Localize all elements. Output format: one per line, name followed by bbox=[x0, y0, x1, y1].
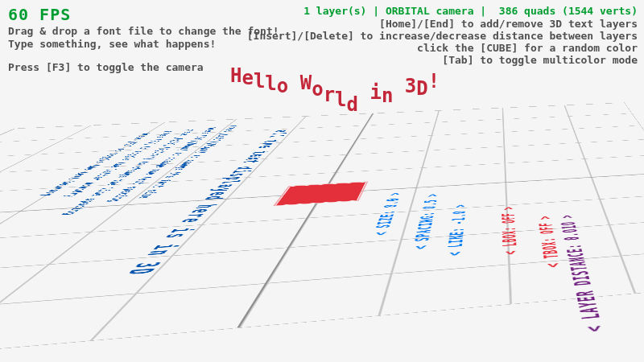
option-layer-distance: < LAYER DISTANCE: 0.010 > bbox=[555, 214, 609, 333]
wave-title-3d: Hello World in 3D! bbox=[230, 64, 440, 87]
option-size: < SIZE: 8.0 > bbox=[368, 191, 406, 236]
grid-plane: all the text displayed here is in 3D pre… bbox=[0, 102, 644, 362]
fps-counter: 60 FPS bbox=[8, 5, 71, 24]
option-line: < LINE: -1.0 > bbox=[441, 204, 470, 257]
app-window: all the text displayed here is in 3D pre… bbox=[0, 0, 644, 362]
hint-layer-distance-keys: [Insert]/[Delete] to increase/decrease d… bbox=[247, 30, 638, 42]
hint-drag-drop-font: Drag & drop a font file to change the fo… bbox=[8, 25, 279, 37]
hint-add-remove-layers: [Home]/[End] to add/remove 3D text layer… bbox=[379, 18, 638, 30]
cube-wireframe-top bbox=[273, 182, 368, 207]
option-lbox: < LBOX: OFF > bbox=[497, 206, 522, 256]
hint-multicolor-mode: [Tab] to toggle multicolor mode bbox=[442, 54, 638, 66]
status-bar: 1 layer(s) | ORBITAL camera | 386 quads … bbox=[303, 5, 638, 17]
hint-type-something: Type something, see what happens! bbox=[8, 38, 216, 50]
hint-click-cube: click the [CUBE] for a random color bbox=[417, 42, 638, 54]
hint-toggle-camera: Press [F3] to toggle the camera bbox=[8, 61, 204, 73]
cube[interactable] bbox=[14, 103, 624, 129]
option-spacing: < SPACING: 0.5 > bbox=[407, 193, 442, 250]
